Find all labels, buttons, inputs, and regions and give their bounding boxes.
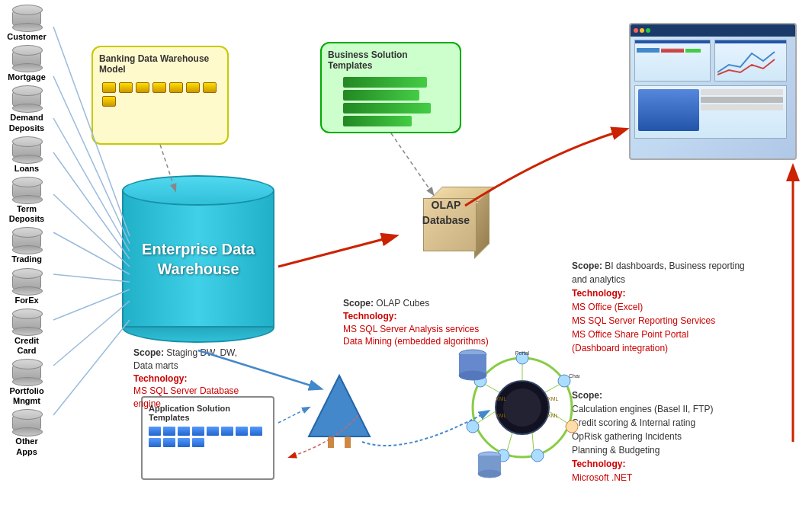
source-label-customer: Customer (7, 32, 46, 42)
cylinder-credit (12, 312, 41, 333)
cylinder-mortgage (12, 48, 41, 69)
svg-line-20 (477, 411, 496, 424)
svg-text:XML: XML (496, 413, 507, 418)
olap-container: OLAPDatabase (396, 187, 496, 286)
svg-line-19 (507, 433, 512, 451)
svg-line-38 (53, 274, 130, 282)
tech-text-olap: MS SQL Server Analysis servicesData Mini… (343, 324, 489, 347)
svg-line-44 (278, 236, 395, 267)
tech-text-calc: Microsoft .NET (572, 472, 632, 483)
small-db-cylinder (457, 347, 488, 387)
banking-box: Banking Data Warehouse Model (91, 46, 229, 145)
ast-icon (178, 427, 190, 436)
cylinder-portfolio (12, 362, 41, 383)
ast-icon (163, 438, 175, 447)
bst-box: Business Solution Templates (320, 42, 461, 133)
graph-node (169, 82, 183, 93)
svg-point-31 (478, 470, 501, 478)
ast-icon (163, 427, 175, 436)
ast-icon (149, 427, 161, 436)
source-trading: Trading (0, 230, 53, 264)
ss-panel-2 (714, 40, 787, 82)
svg-line-40 (53, 301, 130, 366)
tech-label-calc: Technology: (572, 459, 625, 469)
cylinder-trading (12, 230, 41, 251)
scope-label-calc: Scope:Calculation engines (Basel II, FTP… (572, 390, 713, 456)
svg-rect-2 (345, 436, 351, 448)
source-label-term: TermDeposits (9, 204, 44, 224)
graph-node (102, 82, 116, 93)
svg-text:XML: XML (547, 396, 559, 401)
svg-text:Portal: Portal (515, 350, 530, 356)
ast-icon (178, 438, 190, 447)
svg-text:Channels: Channels (569, 373, 579, 379)
green-bar (343, 90, 419, 101)
svg-line-39 (53, 289, 130, 320)
source-mortgage: Mortgage (0, 48, 53, 82)
green-bar (343, 77, 427, 88)
source-portfolio: PortfolioMngmt (0, 362, 53, 406)
svg-point-11 (467, 420, 479, 433)
svg-line-41 (53, 320, 130, 415)
source-label-trading: Trading (11, 254, 42, 264)
ast-icon (192, 427, 204, 436)
banking-mini-graph (99, 79, 221, 110)
banking-box-title: Banking Data Warehouse Model (99, 53, 221, 75)
ss-panel-3 (634, 85, 787, 139)
svg-point-9 (531, 449, 544, 462)
source-label-credit: CreditCard (14, 336, 39, 356)
scope-bi: Scope: BI dashboards, Business reporting… (572, 259, 793, 355)
source-forex: ForEx (0, 271, 53, 305)
cylinder-term (12, 180, 41, 201)
edw-container: Enterprise DataWarehouse (122, 175, 274, 343)
tech-label-edw: Technology: (133, 373, 187, 384)
source-label-mortgage: Mortgage (8, 72, 46, 82)
scope-edw: Scope: Staging DW, DW,Data marts Technol… (133, 347, 309, 411)
scope-label-bi: Scope: BI dashboards, Business reporting… (572, 261, 745, 285)
svg-line-35 (53, 152, 130, 259)
green-bar (343, 116, 412, 126)
cylinder-forex (12, 271, 41, 293)
svg-line-16 (545, 384, 560, 392)
bst-stacked-bars (343, 77, 454, 126)
source-label-other: OtherApps (15, 436, 37, 456)
svg-line-43 (391, 133, 433, 194)
source-label-portfolio: PortfolioMngmt (9, 386, 43, 406)
svg-line-36 (53, 194, 130, 267)
cylinder-loans (12, 139, 41, 161)
tech-text-edw: MS SQL Server Databaseengine (133, 385, 239, 409)
svg-point-8 (566, 420, 578, 433)
ss-panel-1 (634, 40, 711, 82)
ast-icon (236, 427, 248, 436)
svg-line-37 (53, 232, 130, 274)
scope-label-olap: Scope: OLAP Cubes (343, 298, 429, 309)
cylinder-customer (12, 8, 41, 29)
tech-text-bi-2: MS SQL Server Reporting Services (572, 315, 715, 326)
scope-olap: Scope: OLAP Cubes Technology: MS SQL Ser… (343, 297, 518, 348)
bst-box-title: Business Solution Templates (328, 50, 454, 71)
svg-rect-1 (328, 436, 334, 448)
graph-node (186, 82, 200, 93)
ast-icon (149, 438, 161, 447)
source-label-loans: Loans (14, 164, 39, 174)
cylinder-other (12, 412, 41, 433)
data-sources-panel: Customer Mortgage DemandDeposits Loans T… (0, 8, 53, 457)
screenshot-box (629, 23, 797, 160)
source-customer: Customer (0, 8, 53, 42)
svg-line-18 (532, 433, 534, 451)
source-label-demand: DemandDeposits (9, 113, 44, 133)
scope-label: Scope: Staging DW, DW,Data marts (133, 347, 237, 371)
source-label-forex: ForEx (14, 296, 38, 305)
source-term-deposits: TermDeposits (0, 180, 53, 224)
etl-funnel (305, 372, 374, 450)
tech-text-bi-1: MS Office (Excel) (572, 302, 643, 312)
ast-icon (207, 427, 219, 436)
graph-node (119, 82, 133, 93)
graph-node (136, 82, 149, 93)
source-demand-deposits: DemandDeposits (0, 88, 53, 133)
olap-label: OLAPDatabase (396, 198, 496, 228)
graph-node (102, 96, 116, 107)
svg-marker-0 (309, 376, 370, 436)
source-other-apps: OtherApps (0, 412, 53, 456)
edw-label: Enterprise DataWarehouse (122, 175, 274, 343)
